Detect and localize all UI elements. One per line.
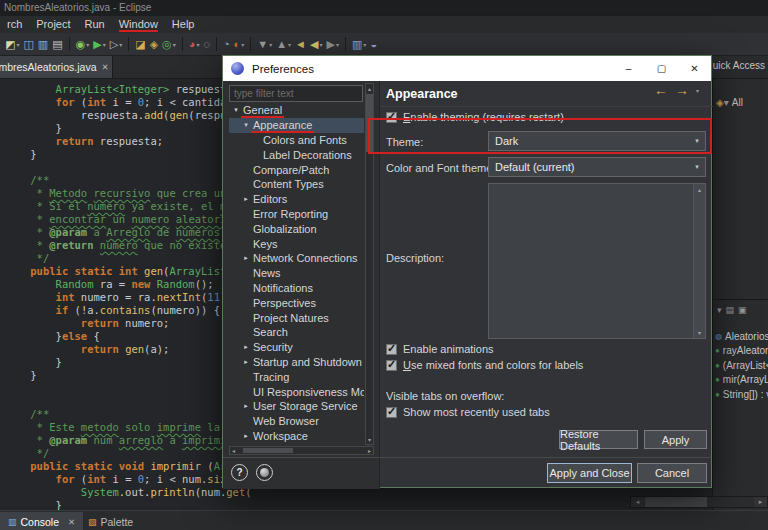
tree-item-general[interactable]: ▾General xyxy=(229,103,364,118)
panel-toolbar-icon[interactable]: ▤ xyxy=(726,305,735,315)
collapsed-arrow-icon[interactable]: ▸ xyxy=(241,254,251,262)
panel-toolbar-icon[interactable]: ▾ xyxy=(717,305,722,315)
scroll-left-icon[interactable]: ◂ xyxy=(631,497,644,507)
tree-scrollbar-thumb[interactable] xyxy=(366,94,373,152)
tree-item-news[interactable]: News xyxy=(229,266,364,281)
new-class-icon-button[interactable]: ◎▾ xyxy=(160,35,178,53)
debug-icon-button[interactable]: ◉▾ xyxy=(74,35,92,53)
history-caret-icon[interactable]: ▾ xyxy=(696,87,699,94)
enable-theming-checkbox[interactable]: ✓ xyxy=(386,112,397,123)
tree-item-ui-responsiveness-monitoring[interactable]: UI Responsiveness Monitoring xyxy=(229,384,364,399)
tree-item-keys[interactable]: Keys xyxy=(229,236,364,251)
tree-item-search[interactable]: Search xyxy=(229,325,364,340)
collapsed-arrow-icon[interactable]: ▸ xyxy=(241,402,251,410)
color-font-theme-select[interactable]: Default (current) ▾ xyxy=(488,157,706,177)
tree-item-tracing[interactable]: Tracing xyxy=(229,369,364,384)
panel-toolbar-icon[interactable]: ▣ xyxy=(738,305,747,315)
open-element-icon-button[interactable]: ◔ xyxy=(221,35,232,53)
tab-palette[interactable]: ▨ Palette xyxy=(80,512,141,530)
scroll-down-icon[interactable]: ▾ xyxy=(698,329,701,336)
save-icon-button[interactable]: ◫ xyxy=(21,35,35,53)
close-button[interactable]: ✕ xyxy=(678,56,711,81)
collapsed-arrow-icon[interactable]: ▸ xyxy=(241,195,251,203)
mixed-fonts-checkbox[interactable]: ✓ xyxy=(386,360,397,371)
new-wizard-icon-button[interactable]: ◩▾ xyxy=(3,35,21,53)
panel-splitter[interactable] xyxy=(379,81,380,489)
print-icon-button[interactable]: ▤ xyxy=(50,35,64,53)
forward-icon[interactable]: → xyxy=(675,83,689,97)
scroll-left-icon[interactable]: ◂ xyxy=(232,447,235,454)
horizontal-scrollbar[interactable]: ◂ ▸ xyxy=(630,496,768,508)
tree-item-editors[interactable]: ▸Editors xyxy=(229,192,364,207)
menu-item-window[interactable]: Window xyxy=(112,17,165,32)
preference-recorder-button[interactable] xyxy=(256,464,273,481)
minimize-button[interactable]: – xyxy=(612,56,645,81)
tree-item-globalization[interactable]: Globalization xyxy=(229,221,364,236)
tree-item-perspectives[interactable]: Perspectives xyxy=(229,295,364,310)
editor-tab[interactable]: NombresAleatorios.java ✕ xyxy=(0,56,113,78)
back-icon[interactable]: ← xyxy=(654,83,668,97)
collapsed-arrow-icon[interactable]: ▸ xyxy=(241,343,251,351)
description-scrollbar[interactable]: ▴ ▾ xyxy=(693,184,705,338)
view-caret-icon[interactable]: ▾ xyxy=(724,97,729,108)
tree-item-notifications[interactable]: Notifications xyxy=(229,281,364,296)
outline-item[interactable]: ●String[]) : vo xyxy=(715,387,768,402)
tree-item-user-storage-service[interactable]: ▸User Storage Service xyxy=(229,399,364,414)
tree-item-appearance[interactable]: ▾Appearance xyxy=(229,118,364,133)
recent-tabs-checkbox[interactable]: ✓ xyxy=(386,407,397,418)
scroll-up-icon[interactable]: ▴ xyxy=(698,186,701,193)
theme-select[interactable]: Dark ▾ xyxy=(488,131,706,151)
tree-item-error-reporting[interactable]: Error Reporting xyxy=(229,207,364,222)
tree-item-workspace[interactable]: ▸Workspace xyxy=(229,429,364,444)
external-tools-icon-button[interactable]: ◐▾ xyxy=(232,35,247,53)
close-console-icon[interactable]: ✕ xyxy=(68,517,75,527)
quick-access[interactable]: uick Access xyxy=(713,60,765,71)
collapsed-arrow-icon[interactable]: ▸ xyxy=(241,358,251,366)
console-view-icon-button[interactable]: ▥▾ xyxy=(350,35,368,53)
forward-icon-button[interactable]: ▶▾ xyxy=(324,35,340,53)
tree-hscrollbar-thumb[interactable] xyxy=(243,448,293,453)
profile-icon-button[interactable]: ▷▾ xyxy=(108,35,124,53)
back-icon-button[interactable]: ◀▾ xyxy=(308,35,324,53)
menu-item-help[interactable]: Help xyxy=(165,17,202,32)
mark-occurrences-icon-button[interactable]: ◒ xyxy=(368,35,379,53)
new-package-icon-button[interactable]: ◈ xyxy=(148,35,160,53)
menu-item-project[interactable]: Project xyxy=(29,17,77,32)
restore-defaults-button[interactable]: Restore Defaults xyxy=(559,430,638,449)
scope-all-label[interactable]: All xyxy=(732,97,743,108)
scroll-right-icon[interactable]: ▸ xyxy=(754,497,767,507)
outline-item[interactable]: ◍Aleatorios xyxy=(715,329,768,344)
apply-button[interactable]: Apply xyxy=(644,430,707,449)
view-menu-icon[interactable]: ◈ xyxy=(716,97,724,108)
enable-animations-checkbox[interactable]: ✓ xyxy=(386,344,397,355)
tree-item-security[interactable]: ▸Security xyxy=(229,340,364,355)
close-tab-icon[interactable]: ✕ xyxy=(101,62,108,72)
tree-item-colors-and-fonts[interactable]: Colors and Fonts xyxy=(229,133,364,148)
coverage-icon-button[interactable]: ◕▾ xyxy=(187,35,202,53)
tree-item-network-connections[interactable]: ▸Network Connections xyxy=(229,251,364,266)
tree-item-compare-patch[interactable]: Compare/Patch xyxy=(229,162,364,177)
search-icon-button[interactable]: ◌ xyxy=(201,35,212,53)
tab-console[interactable]: ▥ Console ✕ xyxy=(0,512,83,530)
tree-item-label-decorations[interactable]: Label Decorations xyxy=(229,147,364,162)
outline-item[interactable]: ●(ArrayList<I xyxy=(715,358,768,373)
expanded-arrow-icon[interactable]: ▾ xyxy=(231,106,241,114)
tree-item-content-types[interactable]: Content Types xyxy=(229,177,364,192)
previous-annotation-icon-button[interactable]: ▲▾ xyxy=(274,35,293,53)
menu-item-rch[interactable]: rch xyxy=(0,17,29,32)
tree-item-startup-and-shutdown[interactable]: ▸Startup and Shutdown xyxy=(229,355,364,370)
save-all-icon-button[interactable]: ▥ xyxy=(36,35,50,53)
scroll-up-icon[interactable]: ▴ xyxy=(368,85,371,92)
cancel-button[interactable]: Cancel xyxy=(637,463,707,483)
next-annotation-icon-button[interactable]: ▼▾ xyxy=(255,35,274,53)
menu-item-run[interactable]: Run xyxy=(78,17,112,32)
scrollbar-track[interactable] xyxy=(707,497,754,507)
scrollbar-thumb[interactable] xyxy=(645,497,707,507)
help-button[interactable]: ? xyxy=(231,464,248,481)
last-edit-location-icon-button[interactable]: ◄ xyxy=(293,35,308,53)
run-icon-button[interactable]: ▶▾ xyxy=(91,35,107,53)
scroll-right-icon[interactable]: ▸ xyxy=(368,447,371,454)
outline-item[interactable]: ●rayAleator xyxy=(715,344,768,359)
apply-and-close-button[interactable]: Apply and Close xyxy=(547,463,632,483)
dialog-titlebar[interactable]: Preferences – ▢ ✕ xyxy=(223,56,711,81)
